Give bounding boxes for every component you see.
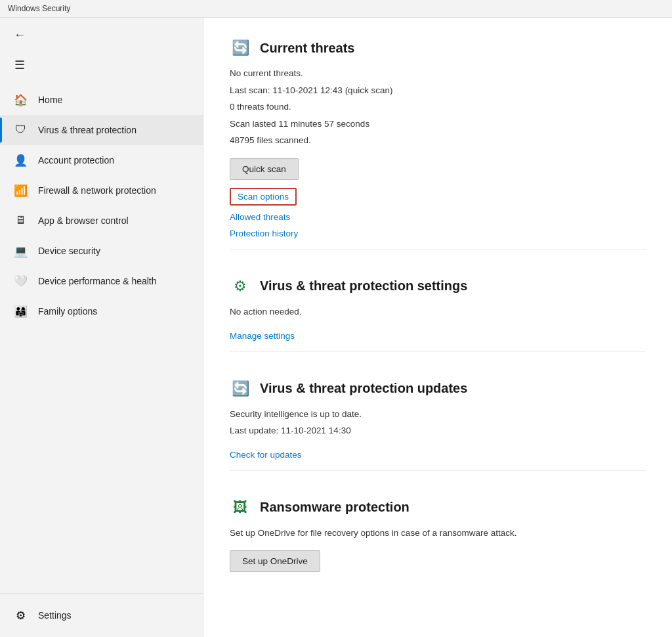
- current-threats-line-2: 0 threats found.: [230, 100, 646, 114]
- virus-icon: 🛡: [13, 123, 28, 137]
- settings-icon: ⚙: [13, 608, 28, 623]
- vtp-updates-line-1: Last update: 11-10-2021 14:30: [230, 424, 646, 438]
- vtp-settings-title: Virus & threat protection settings: [260, 278, 467, 294]
- ransomware-line-0: Set up OneDrive for file recovery option…: [230, 526, 646, 540]
- sidebar-item-account[interactable]: 👤 Account protection: [0, 145, 203, 175]
- sidebar: ← ☰ 🏠 Home 🛡 Virus & threat protection 👤…: [0, 18, 203, 637]
- settings-nav-item[interactable]: ⚙ Settings: [13, 602, 190, 629]
- scan-options-link[interactable]: Scan options: [230, 188, 297, 206]
- sidebar-item-family[interactable]: 👨‍👩‍👧 Family options: [0, 296, 203, 326]
- ransomware-icon: 🖼: [230, 497, 251, 518]
- vtp-settings-text-block: No action needed.: [230, 305, 646, 319]
- app-icon: 🖥: [13, 213, 28, 228]
- virus-label: Virus & threat protection: [38, 125, 136, 135]
- menu-button[interactable]: ☰: [8, 53, 32, 77]
- check-updates-link[interactable]: Check for updates: [230, 450, 302, 460]
- sidebar-bottom: ⚙ Settings: [0, 593, 203, 637]
- manage-settings-link[interactable]: Manage settings: [230, 331, 295, 341]
- allowed-threats-link[interactable]: Allowed threats: [230, 212, 290, 222]
- section-divider-2: [230, 470, 646, 471]
- account-icon: 👤: [13, 153, 28, 167]
- quick-scan-button[interactable]: Quick scan: [230, 158, 299, 180]
- section-divider-0: [230, 249, 646, 250]
- current-threats-header: 🔄 Current threats: [230, 37, 646, 58]
- section-divider-1: [230, 351, 646, 352]
- account-label: Account protection: [38, 155, 114, 165]
- main-content: 🔄 Current threats No current threats.Las…: [203, 18, 672, 637]
- setup-onedrive-button[interactable]: Set up OneDrive: [230, 550, 320, 572]
- vtp-updates-header: 🔄 Virus & threat protection updates: [230, 378, 646, 399]
- vtp-settings-line-0: No action needed.: [230, 305, 646, 319]
- performance-icon: 🤍: [13, 274, 28, 288]
- current-threats-line-0: No current threats.: [230, 66, 646, 81]
- back-button[interactable]: ←: [8, 23, 32, 47]
- vtp-updates-icon: 🔄: [230, 378, 251, 399]
- title-bar: Windows Security: [0, 0, 672, 18]
- vtp-updates-text-block: Security intelligence is up to date.Last…: [230, 407, 646, 438]
- vtp-updates-title: Virus & threat protection updates: [260, 381, 467, 396]
- sidebar-item-device[interactable]: 💻 Device security: [0, 236, 203, 266]
- firewall-icon: 📶: [13, 183, 28, 198]
- sidebar-item-virus[interactable]: 🛡 Virus & threat protection: [0, 115, 203, 145]
- device-icon: 💻: [13, 244, 28, 258]
- current-threats-line-4: 48795 files scanned.: [230, 133, 646, 148]
- sidebar-top: ← ☰: [0, 23, 203, 85]
- section-vtp-settings: ⚙ Virus & threat protection settings No …: [230, 276, 646, 352]
- family-icon: 👨‍👩‍👧: [13, 304, 28, 318]
- section-current-threats: 🔄 Current threats No current threats.Las…: [230, 37, 646, 250]
- sidebar-item-app[interactable]: 🖥 App & browser control: [0, 206, 203, 236]
- current-threats-title: Current threats: [260, 41, 354, 56]
- firewall-label: Firewall & network protection: [38, 185, 156, 196]
- current-threats-line-3: Scan lasted 11 minutes 57 seconds: [230, 117, 646, 131]
- vtp-settings-icon: ⚙: [230, 276, 251, 297]
- family-label: Family options: [38, 306, 97, 317]
- ransomware-text-block: Set up OneDrive for file recovery option…: [230, 526, 646, 540]
- settings-label: Settings: [38, 610, 72, 621]
- current-threats-line-1: Last scan: 11-10-2021 12:43 (quick scan): [230, 83, 646, 98]
- home-label: Home: [38, 95, 62, 105]
- nav-list: 🏠 Home 🛡 Virus & threat protection 👤 Acc…: [0, 85, 203, 593]
- vtp-updates-line-0: Security intelligence is up to date.: [230, 407, 646, 422]
- home-icon: 🏠: [13, 93, 28, 107]
- app-title: Windows Security: [8, 4, 70, 13]
- current-threats-text-block: No current threats.Last scan: 11-10-2021…: [230, 66, 646, 148]
- current-threats-icon: 🔄: [230, 37, 251, 58]
- section-ransomware: 🖼 Ransomware protection Set up OneDrive …: [230, 497, 646, 581]
- vtp-settings-header: ⚙ Virus & threat protection settings: [230, 276, 646, 297]
- section-vtp-updates: 🔄 Virus & threat protection updates Secu…: [230, 378, 646, 471]
- ransomware-title: Ransomware protection: [260, 500, 410, 515]
- sidebar-item-home[interactable]: 🏠 Home: [0, 85, 203, 115]
- sidebar-item-firewall[interactable]: 📶 Firewall & network protection: [0, 175, 203, 206]
- app-label: App & browser control: [38, 215, 129, 226]
- sidebar-item-performance[interactable]: 🤍 Device performance & health: [0, 266, 203, 296]
- device-label: Device security: [38, 246, 100, 256]
- protection-history-link[interactable]: Protection history: [230, 229, 298, 238]
- ransomware-header: 🖼 Ransomware protection: [230, 497, 646, 518]
- performance-label: Device performance & health: [38, 276, 157, 286]
